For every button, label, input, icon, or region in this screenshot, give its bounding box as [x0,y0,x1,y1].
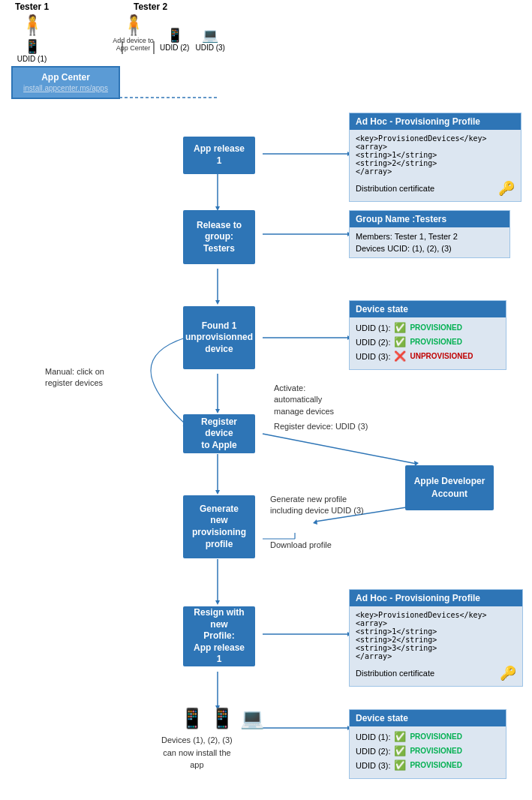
group-name-header: Group Name :Testers [350,211,509,227]
pp2-key-icon: 🔑 [500,665,516,681]
pp2-cert-label: Distribution certificate [356,669,434,678]
app-center-link[interactable]: install.appcenter.ms/apps [23,84,108,92]
ds2-udid1-status: PROVISIONED [410,732,461,741]
found-unprovisioned-label: Found 1 unprovisionned device [185,320,253,356]
svg-marker-22 [313,519,317,525]
activate-annotation: Activate: automatically manage devices [274,383,334,417]
manual-annotation: Manual: click on register devices [45,366,104,389]
tester2-label: Tester 2 [134,2,167,12]
app-center-box: App Center install.appcenter.ms/apps [11,66,120,99]
device-tablet-icon: 💻 [240,707,264,730]
ds1-udid3-status: UNPROVISIONED [410,352,473,360]
generate-profile-box: Generate new provisioning profile [183,495,255,558]
tester1-device-icon: 📱 [24,38,41,55]
pp2-line2: <array> [356,619,516,627]
provisioning-profile-1-panel: Ad Hoc - Provisioning Profile <key>Provi… [349,113,521,202]
pp1-line3: <string>1</string> [356,151,515,159]
pp1-line4: <string>2</string> [356,159,515,167]
ds1-udid3-label: UDID (3): [356,352,390,361]
ds1-udid3-cross: ❌ [394,350,406,362]
svg-marker-20 [215,490,220,495]
download-profile-annotation: Download profile [270,540,332,549]
pp2-line1: <key>ProvisionedDevices</key> [356,611,516,619]
tester2-phone-icon: 📱 [167,27,183,44]
add-device-text: Add device to App Center [113,37,154,52]
ds2-udid2-check: ✅ [394,745,406,756]
pp1-line5: </array> [356,167,515,176]
ds1-udid2-check: ✅ [394,336,406,347]
group-members: Members: Tester 1, Tester 2 [356,232,503,241]
generate-profile-label: Generate new provisioning profile [191,504,248,550]
svg-marker-15 [215,409,220,414]
device-state-2-header: Device state [350,710,506,726]
group-devices: Devices UCID: (1), (2), (3) [356,244,503,253]
bottom-text: Devices (1), (2), (3) can now install th… [161,734,233,771]
tester2-person-icon: 🧍 [122,14,146,37]
pp2-line3: <string>1</string> [356,627,516,636]
generate-profile-annotation: Generate new profile including device UD… [270,494,364,517]
device-state-1-panel: Device state UDID (1): ✅ PROVISIONED UDI… [349,300,506,370]
app-center-title: App Center [20,72,111,83]
device-state-2-panel: Device state UDID (1): ✅ PROVISIONED UDI… [349,709,506,779]
tester2-udid3: UDID (3) [195,44,224,52]
bottom-text-label: Devices (1), (2), (3) can now install th… [161,735,233,769]
device-state-1-header: Device state [350,301,506,317]
app-release-label: App release 1 [191,143,248,167]
ds2-udid3-row: UDID (3): ✅ PROVISIONED [356,759,500,771]
diagram-container: Tester 1 🧍 📱 UDID (1) Tester 2 🧍 Add dev… [0,0,532,800]
ds2-udid2-status: PROVISIONED [410,747,461,755]
ds2-udid2-label: UDID (2): [356,747,390,756]
release-to-group-box: Release to group: Testers [183,210,255,264]
ds1-udid1-check: ✅ [394,322,406,333]
pp1-line1: <key>ProvisionedDevices</key> [356,134,515,143]
ds1-udid2-row: UDID (2): ✅ PROVISIONED [356,336,500,347]
pp2-line6: </array> [356,652,516,660]
pp1-key-icon: 🔑 [498,180,515,197]
svg-marker-11 [215,300,220,305]
ds2-udid1-row: UDID (1): ✅ PROVISIONED [356,731,500,742]
register-device-text: Register device: UDID (3) [274,422,368,431]
ds1-udid2-status: PROVISIONED [410,338,461,346]
ds2-udid3-label: UDID (3): [356,761,390,770]
ds1-udid1-status: PROVISIONED [410,323,461,332]
ds2-udid3-check: ✅ [394,759,406,771]
app-release-box: App release 1 [183,137,255,174]
resign-box: Resign with new Profile: App release 1 [183,606,255,666]
pp1-header: Ad Hoc - Provisioning Profile [350,113,521,130]
download-profile-text: Download profile [270,540,332,549]
svg-line-17 [263,434,416,464]
tester2-tablet-icon: 💻 [202,27,218,44]
pp2-header: Ad Hoc - Provisioning Profile [350,590,522,606]
tester1-udid: UDID (1) [17,55,47,63]
tester1-label: Tester 1 [15,2,49,12]
apple-dev-box: Apple Developer Account [405,465,494,510]
pp2-line4: <string>2</string> [356,636,516,644]
pp2-line5: <string>3</string> [356,644,516,652]
provisioning-profile-2-panel: Ad Hoc - Provisioning Profile <key>Provi… [349,589,523,687]
svg-marker-24 [215,600,220,605]
apple-dev-label: Apple Developer Account [414,475,485,501]
register-device-box: Register device to Apple [183,414,255,453]
manual-text: Manual: click on register devices [45,367,104,387]
pp1-line2: <array> [356,143,515,151]
ds1-udid3-row: UDID (3): ❌ UNPROVISIONED [356,350,500,362]
device-phone1-icon: 📱 [180,707,204,730]
generate-profile-text: Generate new profile including device UD… [270,495,364,515]
ds1-udid1-row: UDID (1): ✅ PROVISIONED [356,322,500,333]
ds1-udid2-label: UDID (2): [356,338,390,347]
ds2-udid1-label: UDID (1): [356,732,390,741]
pp1-cert-label: Distribution certificate [356,184,434,193]
device-phone2-icon: 📱 [210,707,234,730]
release-to-group-label: Release to group: Testers [197,220,242,255]
group-name-panel: Group Name :Testers Members: Tester 1, T… [349,210,510,258]
ds1-udid1-label: UDID (1): [356,323,390,332]
register-device-annotation: Register device: UDID (3) [274,422,368,431]
register-device-label: Register device to Apple [191,417,248,452]
ds2-udid2-row: UDID (2): ✅ PROVISIONED [356,745,500,756]
resign-label: Resign with new Profile: App release 1 [191,607,248,666]
bottom-devices-group: 📱 📱 💻 [180,707,264,730]
tester1-group: Tester 1 🧍 📱 UDID (1) [15,2,49,63]
tester1-person-icon: 🧍 [20,14,44,37]
ds2-udid3-status: PROVISIONED [410,761,461,769]
activate-text: Activate: automatically manage devices [274,383,334,416]
